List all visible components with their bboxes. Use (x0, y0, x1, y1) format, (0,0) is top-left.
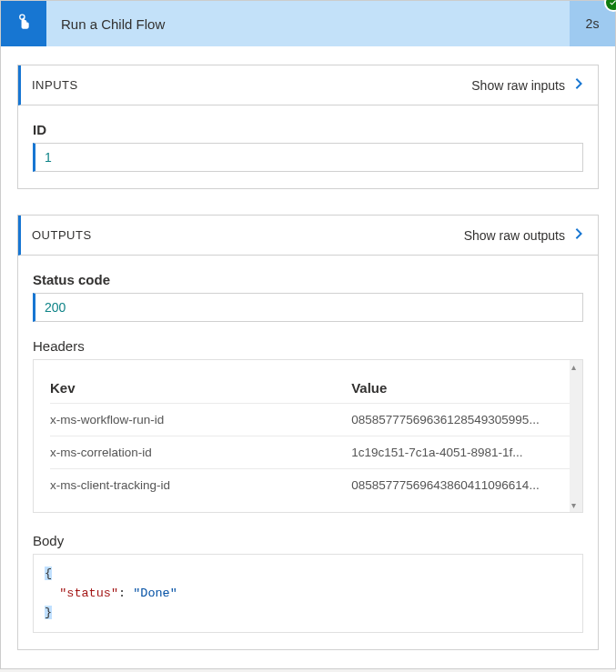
inputs-title: INPUTS (32, 78, 471, 92)
table-row: x-ms-workflow-run-id 0858577756963612854… (50, 404, 570, 436)
headers-table: Kev Value x-ms-workflow-run-id 085857775… (50, 380, 570, 501)
inputs-section: INPUTS Show raw inputs ID 1 (17, 65, 599, 189)
headers-box: Kev Value x-ms-workflow-run-id 085857775… (33, 359, 583, 513)
headers-label: Headers (33, 338, 583, 354)
status-code-label: Status code (33, 272, 583, 287)
table-row: x-ms-correlation-id 1c19c151-7c1a-4051-8… (50, 436, 570, 469)
input-id-label: ID (33, 122, 583, 137)
action-title: Run a Child Flow (46, 1, 570, 46)
outputs-header: OUTPUTS Show raw outputs (18, 216, 598, 256)
status-code-value: 200 (33, 293, 583, 322)
outputs-title: OUTPUTS (32, 228, 464, 242)
table-row: x-ms-client-tracking-id 0858577756964386… (50, 469, 570, 502)
input-id-value: 1 (33, 143, 583, 172)
flow-touch-icon (1, 1, 46, 46)
chevron-right-icon (572, 77, 585, 93)
vertical-scrollbar[interactable] (570, 360, 582, 512)
inputs-header: INPUTS Show raw inputs (18, 65, 598, 105)
show-raw-outputs-button[interactable]: Show raw outputs (464, 227, 585, 243)
action-header[interactable]: Run a Child Flow 2s (1, 1, 615, 46)
flow-action-card: Run a Child Flow 2s INPUTS Show raw inpu… (0, 0, 616, 669)
headers-col-value: Value (351, 380, 570, 404)
show-raw-inputs-button[interactable]: Show raw inputs (471, 77, 585, 93)
body-json: { "status": "Done" } (33, 554, 583, 633)
chevron-right-icon (572, 227, 585, 243)
body-label: Body (33, 533, 583, 548)
headers-col-key: Kev (50, 380, 351, 404)
outputs-section: OUTPUTS Show raw outputs Status code 200… (17, 215, 599, 650)
